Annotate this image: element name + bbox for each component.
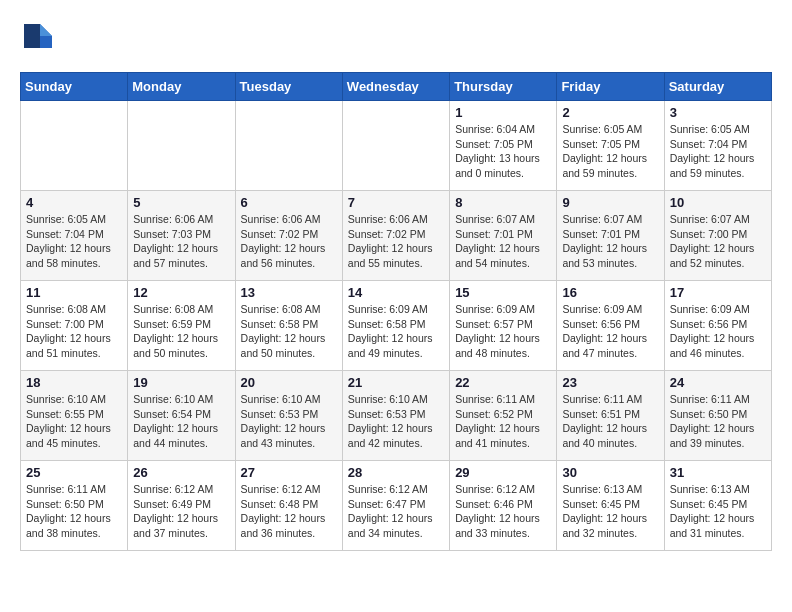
- day-number: 30: [562, 465, 658, 480]
- calendar-table: SundayMondayTuesdayWednesdayThursdayFrid…: [20, 72, 772, 551]
- weekday-header-row: SundayMondayTuesdayWednesdayThursdayFrid…: [21, 73, 772, 101]
- day-info: Sunrise: 6:08 AM Sunset: 6:59 PM Dayligh…: [133, 302, 229, 361]
- day-number: 15: [455, 285, 551, 300]
- calendar-week-row: 25 Sunrise: 6:11 AM Sunset: 6:50 PM Dayl…: [21, 461, 772, 551]
- day-number: 10: [670, 195, 766, 210]
- day-info: Sunrise: 6:13 AM Sunset: 6:45 PM Dayligh…: [670, 482, 766, 541]
- calendar-cell: 21 Sunrise: 6:10 AM Sunset: 6:53 PM Dayl…: [342, 371, 449, 461]
- day-info: Sunrise: 6:11 AM Sunset: 6:52 PM Dayligh…: [455, 392, 551, 451]
- calendar-cell: 4 Sunrise: 6:05 AM Sunset: 7:04 PM Dayli…: [21, 191, 128, 281]
- logo: [20, 20, 60, 56]
- day-number: 19: [133, 375, 229, 390]
- calendar-cell: 11 Sunrise: 6:08 AM Sunset: 7:00 PM Dayl…: [21, 281, 128, 371]
- day-number: 14: [348, 285, 444, 300]
- day-number: 20: [241, 375, 337, 390]
- calendar-cell: 16 Sunrise: 6:09 AM Sunset: 6:56 PM Dayl…: [557, 281, 664, 371]
- calendar-cell: 10 Sunrise: 6:07 AM Sunset: 7:00 PM Dayl…: [664, 191, 771, 281]
- day-info: Sunrise: 6:10 AM Sunset: 6:55 PM Dayligh…: [26, 392, 122, 451]
- day-number: 9: [562, 195, 658, 210]
- day-info: Sunrise: 6:04 AM Sunset: 7:05 PM Dayligh…: [455, 122, 551, 181]
- day-info: Sunrise: 6:05 AM Sunset: 7:04 PM Dayligh…: [26, 212, 122, 271]
- day-number: 24: [670, 375, 766, 390]
- day-number: 2: [562, 105, 658, 120]
- day-info: Sunrise: 6:08 AM Sunset: 6:58 PM Dayligh…: [241, 302, 337, 361]
- day-number: 7: [348, 195, 444, 210]
- day-info: Sunrise: 6:11 AM Sunset: 6:50 PM Dayligh…: [670, 392, 766, 451]
- day-number: 17: [670, 285, 766, 300]
- calendar-week-row: 1 Sunrise: 6:04 AM Sunset: 7:05 PM Dayli…: [21, 101, 772, 191]
- calendar-cell: 1 Sunrise: 6:04 AM Sunset: 7:05 PM Dayli…: [450, 101, 557, 191]
- day-info: Sunrise: 6:06 AM Sunset: 7:02 PM Dayligh…: [348, 212, 444, 271]
- day-info: Sunrise: 6:06 AM Sunset: 7:02 PM Dayligh…: [241, 212, 337, 271]
- calendar-cell: 14 Sunrise: 6:09 AM Sunset: 6:58 PM Dayl…: [342, 281, 449, 371]
- calendar-cell: [342, 101, 449, 191]
- day-number: 6: [241, 195, 337, 210]
- day-number: 21: [348, 375, 444, 390]
- day-info: Sunrise: 6:11 AM Sunset: 6:51 PM Dayligh…: [562, 392, 658, 451]
- day-info: Sunrise: 6:07 AM Sunset: 7:01 PM Dayligh…: [562, 212, 658, 271]
- day-number: 22: [455, 375, 551, 390]
- calendar-cell: 15 Sunrise: 6:09 AM Sunset: 6:57 PM Dayl…: [450, 281, 557, 371]
- day-info: Sunrise: 6:09 AM Sunset: 6:56 PM Dayligh…: [562, 302, 658, 361]
- day-info: Sunrise: 6:08 AM Sunset: 7:00 PM Dayligh…: [26, 302, 122, 361]
- day-number: 23: [562, 375, 658, 390]
- weekday-header: Thursday: [450, 73, 557, 101]
- calendar-cell: 25 Sunrise: 6:11 AM Sunset: 6:50 PM Dayl…: [21, 461, 128, 551]
- day-info: Sunrise: 6:11 AM Sunset: 6:50 PM Dayligh…: [26, 482, 122, 541]
- day-number: 13: [241, 285, 337, 300]
- calendar-cell: [128, 101, 235, 191]
- weekday-header: Saturday: [664, 73, 771, 101]
- calendar-cell: 20 Sunrise: 6:10 AM Sunset: 6:53 PM Dayl…: [235, 371, 342, 461]
- calendar-week-row: 18 Sunrise: 6:10 AM Sunset: 6:55 PM Dayl…: [21, 371, 772, 461]
- calendar-cell: 31 Sunrise: 6:13 AM Sunset: 6:45 PM Dayl…: [664, 461, 771, 551]
- day-number: 8: [455, 195, 551, 210]
- day-info: Sunrise: 6:12 AM Sunset: 6:48 PM Dayligh…: [241, 482, 337, 541]
- day-info: Sunrise: 6:07 AM Sunset: 7:01 PM Dayligh…: [455, 212, 551, 271]
- calendar-cell: 19 Sunrise: 6:10 AM Sunset: 6:54 PM Dayl…: [128, 371, 235, 461]
- day-info: Sunrise: 6:12 AM Sunset: 6:46 PM Dayligh…: [455, 482, 551, 541]
- day-number: 1: [455, 105, 551, 120]
- calendar-week-row: 4 Sunrise: 6:05 AM Sunset: 7:04 PM Dayli…: [21, 191, 772, 281]
- page-header: [20, 20, 772, 56]
- calendar-cell: 28 Sunrise: 6:12 AM Sunset: 6:47 PM Dayl…: [342, 461, 449, 551]
- day-info: Sunrise: 6:05 AM Sunset: 7:05 PM Dayligh…: [562, 122, 658, 181]
- calendar-cell: 24 Sunrise: 6:11 AM Sunset: 6:50 PM Dayl…: [664, 371, 771, 461]
- calendar-cell: 5 Sunrise: 6:06 AM Sunset: 7:03 PM Dayli…: [128, 191, 235, 281]
- day-number: 4: [26, 195, 122, 210]
- day-number: 3: [670, 105, 766, 120]
- day-number: 27: [241, 465, 337, 480]
- day-info: Sunrise: 6:06 AM Sunset: 7:03 PM Dayligh…: [133, 212, 229, 271]
- weekday-header: Sunday: [21, 73, 128, 101]
- day-info: Sunrise: 6:12 AM Sunset: 6:49 PM Dayligh…: [133, 482, 229, 541]
- calendar-cell: 8 Sunrise: 6:07 AM Sunset: 7:01 PM Dayli…: [450, 191, 557, 281]
- day-number: 16: [562, 285, 658, 300]
- calendar-cell: [21, 101, 128, 191]
- calendar-cell: 26 Sunrise: 6:12 AM Sunset: 6:49 PM Dayl…: [128, 461, 235, 551]
- day-number: 25: [26, 465, 122, 480]
- weekday-header: Friday: [557, 73, 664, 101]
- calendar-cell: 30 Sunrise: 6:13 AM Sunset: 6:45 PM Dayl…: [557, 461, 664, 551]
- calendar-cell: 3 Sunrise: 6:05 AM Sunset: 7:04 PM Dayli…: [664, 101, 771, 191]
- day-number: 11: [26, 285, 122, 300]
- calendar-cell: 2 Sunrise: 6:05 AM Sunset: 7:05 PM Dayli…: [557, 101, 664, 191]
- day-number: 12: [133, 285, 229, 300]
- calendar-cell: 29 Sunrise: 6:12 AM Sunset: 6:46 PM Dayl…: [450, 461, 557, 551]
- calendar-cell: 22 Sunrise: 6:11 AM Sunset: 6:52 PM Dayl…: [450, 371, 557, 461]
- day-info: Sunrise: 6:10 AM Sunset: 6:54 PM Dayligh…: [133, 392, 229, 451]
- calendar-cell: 27 Sunrise: 6:12 AM Sunset: 6:48 PM Dayl…: [235, 461, 342, 551]
- calendar-cell: [235, 101, 342, 191]
- day-info: Sunrise: 6:09 AM Sunset: 6:57 PM Dayligh…: [455, 302, 551, 361]
- calendar-cell: 23 Sunrise: 6:11 AM Sunset: 6:51 PM Dayl…: [557, 371, 664, 461]
- calendar-week-row: 11 Sunrise: 6:08 AM Sunset: 7:00 PM Dayl…: [21, 281, 772, 371]
- day-info: Sunrise: 6:10 AM Sunset: 6:53 PM Dayligh…: [241, 392, 337, 451]
- calendar-cell: 12 Sunrise: 6:08 AM Sunset: 6:59 PM Dayl…: [128, 281, 235, 371]
- weekday-header: Tuesday: [235, 73, 342, 101]
- day-info: Sunrise: 6:05 AM Sunset: 7:04 PM Dayligh…: [670, 122, 766, 181]
- day-info: Sunrise: 6:10 AM Sunset: 6:53 PM Dayligh…: [348, 392, 444, 451]
- calendar-cell: 18 Sunrise: 6:10 AM Sunset: 6:55 PM Dayl…: [21, 371, 128, 461]
- day-info: Sunrise: 6:07 AM Sunset: 7:00 PM Dayligh…: [670, 212, 766, 271]
- day-number: 31: [670, 465, 766, 480]
- day-number: 29: [455, 465, 551, 480]
- day-number: 18: [26, 375, 122, 390]
- logo-icon: [20, 20, 56, 56]
